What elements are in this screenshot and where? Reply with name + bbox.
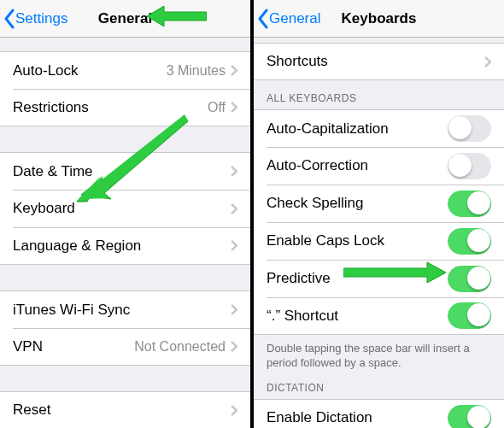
back-label: Settings — [15, 10, 67, 27]
back-label: General — [269, 10, 320, 27]
cell-auto-correction[interactable]: Auto-Correction — [254, 147, 504, 185]
itunes-wifi-label: iTunes Wi-Fi Sync — [13, 302, 231, 319]
back-to-general[interactable]: General — [254, 9, 320, 29]
shortcuts-label: Shortcuts — [267, 53, 484, 70]
chevron-right-icon — [231, 102, 237, 113]
cell-vpn[interactable]: VPN Not Connected — [0, 328, 250, 366]
cell-shortcuts[interactable]: Shortcuts — [254, 43, 504, 80]
cell-language-region[interactable]: Language & Region — [0, 227, 250, 265]
period-shortcut-label: “.” Shortcut — [267, 308, 448, 325]
auto-corr-label: Auto-Correction — [267, 157, 448, 174]
chevron-right-icon — [484, 56, 491, 67]
cell-period-shortcut[interactable]: “.” Shortcut — [254, 297, 504, 335]
navbar-general: Settings General — [0, 0, 250, 38]
switch-caps-lock[interactable] — [448, 228, 491, 255]
date-time-label: Date & Time — [13, 163, 231, 180]
chevron-right-icon — [231, 240, 237, 251]
vpn-label: VPN — [13, 338, 134, 355]
caps-lock-label: Enable Caps Lock — [267, 232, 448, 249]
auto-cap-label: Auto-Capitalization — [267, 120, 448, 138]
switch-auto-correction[interactable] — [448, 153, 491, 179]
footer-period-shortcut: Double tapping the space bar will insert… — [254, 335, 504, 377]
cell-itunes-wifi-sync[interactable]: iTunes Wi-Fi Sync — [0, 290, 250, 328]
screen-keyboards: General Keyboards Shortcuts ALL KEYBOARD… — [254, 0, 504, 428]
reset-label: Reset — [13, 402, 231, 419]
cell-date-time[interactable]: Date & Time — [0, 152, 250, 190]
chevron-left-icon — [257, 9, 269, 29]
keyboard-label: Keyboard — [13, 200, 231, 217]
cell-keyboard[interactable]: Keyboard — [0, 190, 250, 227]
chevron-right-icon — [231, 405, 237, 416]
cell-enable-caps-lock[interactable]: Enable Caps Lock — [254, 222, 504, 260]
switch-period-shortcut[interactable] — [448, 302, 491, 329]
predictive-label: Predictive — [267, 270, 448, 287]
chevron-right-icon — [231, 203, 237, 214]
cell-reset[interactable]: Reset — [0, 391, 250, 428]
cell-auto-lock[interactable]: Auto-Lock 3 Minutes — [0, 51, 250, 89]
chevron-right-icon — [231, 65, 237, 76]
cell-check-spelling[interactable]: Check Spelling — [254, 185, 504, 222]
switch-predictive[interactable] — [448, 266, 491, 292]
cell-predictive[interactable]: Predictive — [254, 260, 504, 297]
restrictions-value: Off — [208, 100, 226, 115]
switch-check-spelling[interactable] — [448, 191, 491, 217]
switch-enable-dictation[interactable] — [448, 405, 491, 429]
screen-general: Settings General Auto-Lock 3 Minutes Res… — [0, 0, 250, 428]
chevron-right-icon — [231, 166, 237, 177]
auto-lock-value: 3 Minutes — [167, 63, 226, 79]
cell-auto-capitalization[interactable]: Auto-Capitalization — [254, 109, 504, 147]
dictation-label: Enable Dictation — [267, 409, 448, 426]
chevron-right-icon — [231, 304, 237, 315]
chevron-right-icon — [231, 341, 237, 352]
language-region-label: Language & Region — [13, 237, 231, 255]
cell-enable-dictation[interactable]: Enable Dictation — [254, 399, 504, 428]
check-spelling-label: Check Spelling — [267, 195, 448, 212]
restrictions-label: Restrictions — [13, 99, 208, 116]
navbar-keyboards: General Keyboards — [254, 0, 504, 38]
auto-lock-label: Auto-Lock — [13, 62, 167, 79]
header-dictation: DICTATION — [254, 377, 504, 399]
header-all-keyboards: ALL KEYBOARDS — [254, 80, 504, 109]
chevron-left-icon — [3, 9, 15, 29]
cell-restrictions[interactable]: Restrictions Off — [0, 89, 250, 126]
vpn-value: Not Connected — [134, 339, 226, 355]
back-to-settings[interactable]: Settings — [0, 9, 67, 29]
switch-auto-capitalization[interactable] — [448, 115, 491, 142]
